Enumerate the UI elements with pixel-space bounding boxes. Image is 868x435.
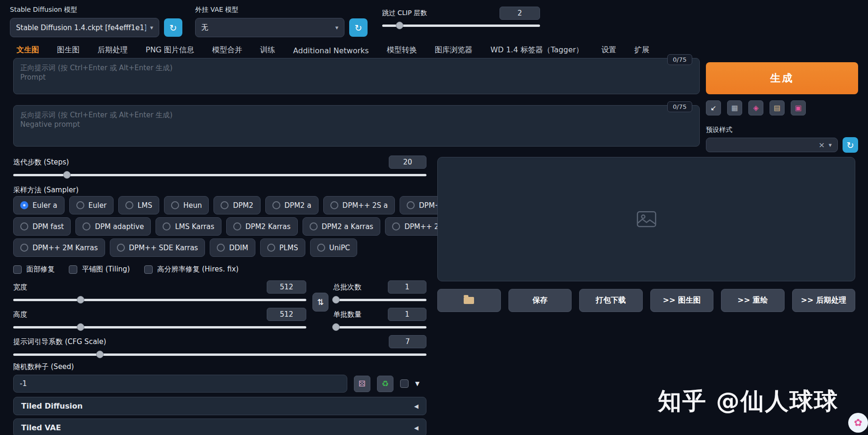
vae-select-value: 无 — [201, 23, 331, 32]
sampler-option-label: Euler — [89, 201, 107, 210]
sampler-option-label: DPM++ 2S a — [343, 201, 388, 210]
slider-handle[interactable] — [396, 22, 403, 29]
batch-size-label: 单批数量 — [333, 310, 361, 319]
sampler-options: Euler aEulerLMSHeunDPM2DPM2 aDPM++ 2S aD… — [13, 196, 426, 257]
reuse-seed-button[interactable]: ♻ — [377, 376, 393, 392]
sampler-option[interactable]: Euler a — [13, 196, 65, 214]
sampler-option[interactable]: Heun — [164, 196, 209, 214]
steps-slider[interactable] — [13, 174, 426, 176]
tiled-vae-accordion[interactable]: Tiled VAE◀ — [13, 419, 426, 435]
sampler-option[interactable]: DPM++ 2S a — [323, 196, 395, 214]
swap-dimensions-button[interactable]: ⇅ — [312, 293, 328, 312]
sampler-option[interactable]: DPM2 — [213, 196, 260, 214]
vae-refresh-button[interactable]: ↻ — [349, 18, 368, 37]
sampler-option[interactable]: UniPC — [310, 238, 357, 257]
generate-button[interactable]: 生成 — [706, 62, 858, 94]
batch-size-slider[interactable] — [333, 326, 426, 328]
prompt-tools-row: ↙ ▦ ◈ ▤ ▣ — [706, 100, 858, 115]
clear-icon[interactable]: × — [819, 140, 825, 149]
model-refresh-button[interactable]: ↻ — [164, 18, 182, 37]
sampler-option-label: DPM2 Karras — [246, 222, 291, 231]
apply-style-button[interactable]: ▤ — [770, 100, 785, 115]
radio-icon — [125, 201, 133, 209]
checkbox-label: 面部修复 — [26, 265, 55, 274]
cfg-scale-value[interactable] — [389, 335, 426, 348]
sampler-option[interactable]: DPM2 a Karras — [303, 217, 381, 236]
seed-label: 随机数种子 (Seed) — [13, 362, 426, 371]
width-value[interactable] — [267, 280, 306, 294]
hires-fix-checkbox[interactable]: 高分辨率修复 (Hires. fix) — [144, 265, 239, 274]
image-preview — [437, 157, 855, 281]
extra-networks-button[interactable]: ◈ — [748, 100, 763, 115]
seed-input[interactable] — [13, 375, 347, 393]
save-button[interactable]: 保存 — [508, 289, 572, 312]
paste-arrow-icon: ↙ — [711, 104, 717, 112]
batch-count-slider[interactable] — [333, 299, 426, 301]
sampler-option-label: UniPC — [329, 244, 350, 252]
sampler-option[interactable]: DPM adaptive — [75, 217, 151, 236]
cfg-scale-slider[interactable] — [13, 353, 426, 356]
styles-select[interactable]: × ▾ — [706, 138, 838, 152]
batch-count-value[interactable] — [388, 280, 426, 294]
dice-icon: ⚄ — [359, 379, 366, 388]
clip-skip-value[interactable] — [500, 7, 540, 20]
sampler-option[interactable]: DPM++ 2M Karras — [13, 238, 105, 257]
height-slider[interactable] — [13, 326, 306, 328]
slider-handle[interactable] — [63, 171, 71, 179]
sampler-option[interactable]: DDIM — [210, 238, 255, 257]
sampler-option[interactable]: DPM2 Karras — [226, 217, 298, 236]
sampler-label: 采样方法 (Sampler) — [13, 186, 426, 195]
prompt-area: 0/75 0/75 — [13, 54, 700, 147]
sampler-option[interactable]: PLMS — [260, 238, 305, 257]
radio-icon — [117, 244, 125, 252]
save-style-button[interactable]: ▣ — [791, 100, 806, 115]
watermark: 知乎 @仙人球球 — [658, 386, 838, 417]
face-restore-checkbox[interactable]: 面部修复 — [13, 265, 55, 274]
slider-handle[interactable] — [77, 323, 84, 331]
steps-value[interactable] — [389, 156, 426, 169]
vae-selector-group: 外挂 VAE 模型 无 ▾ ↻ — [195, 6, 368, 37]
open-folder-button[interactable] — [437, 289, 501, 312]
width-label: 宽度 — [13, 283, 27, 292]
extra-seed-checkbox[interactable] — [400, 379, 409, 388]
slider-handle[interactable] — [96, 351, 104, 358]
send-to-inpaint-button[interactable]: >> 重绘 — [721, 289, 785, 312]
paste-params-button[interactable]: ↙ — [706, 100, 721, 115]
chevron-down-icon: ▾ — [335, 24, 338, 31]
styles-refresh-button[interactable]: ↻ — [843, 137, 858, 153]
radio-icon — [217, 244, 225, 252]
tiled-diffusion-accordion[interactable]: Tiled Diffusion◀ — [13, 397, 426, 415]
sampler-option[interactable]: DPM fast — [13, 217, 71, 236]
random-seed-button[interactable]: ⚄ — [354, 376, 370, 392]
batch-size-value[interactable] — [388, 308, 426, 321]
sampler-option[interactable]: Euler — [69, 196, 114, 214]
prompt-input[interactable] — [13, 58, 700, 94]
sampler-option[interactable]: DPM++ SDE Karras — [110, 238, 205, 257]
sampler-option[interactable]: LMS Karras — [156, 217, 221, 236]
floating-widget-button[interactable]: ✿ — [848, 413, 868, 433]
refresh-icon: ↻ — [355, 23, 362, 33]
clear-prompt-button[interactable]: ▦ — [727, 100, 742, 115]
chevron-down-icon[interactable]: ▼ — [415, 380, 419, 387]
width-slider[interactable] — [13, 299, 306, 301]
send-to-img2img-button[interactable]: >> 图生图 — [650, 289, 714, 312]
sampler-option[interactable]: DPM2 a — [265, 196, 319, 214]
refresh-icon: ↻ — [170, 23, 177, 33]
zip-download-button[interactable]: 打包下载 — [579, 289, 643, 312]
radio-icon — [272, 201, 280, 209]
sampler-option[interactable]: LMS — [118, 196, 159, 214]
tiling-checkbox[interactable]: 平铺图 (Tiling) — [69, 265, 130, 274]
height-value[interactable] — [267, 308, 306, 321]
clip-skip-slider[interactable] — [382, 25, 540, 27]
checkbox-label: 高分辨率修复 (Hires. fix) — [157, 265, 239, 274]
vae-select[interactable]: 无 ▾ — [195, 18, 344, 37]
model-select[interactable]: Stable Diffusion 1.4.ckpt [fe4efff1e1] ▾ — [10, 18, 159, 37]
cfg-scale-label: 提示词引导系数 (CFG Scale) — [13, 337, 106, 346]
send-to-extras-button[interactable]: >> 后期处理 — [792, 289, 856, 312]
slider-handle[interactable] — [77, 296, 84, 304]
sampler-option-label: LMS — [138, 201, 152, 210]
checkbox-icon — [13, 265, 22, 274]
negative-prompt-input[interactable] — [13, 105, 700, 147]
slider-handle[interactable] — [332, 296, 340, 304]
slider-handle[interactable] — [332, 323, 340, 331]
